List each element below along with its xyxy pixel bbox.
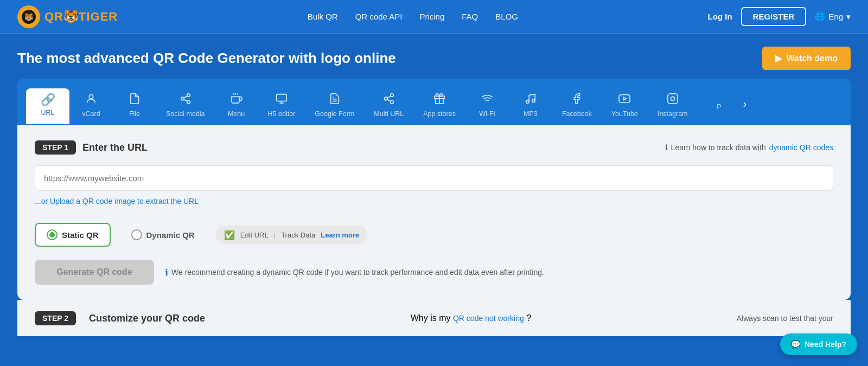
header: 🐯 QR🐯TIGER Bulk QR QR code API Pricing F… (0, 0, 868, 34)
tab-instagram-icon (667, 93, 679, 107)
language-selector[interactable]: 🌐 Eng ▾ (815, 12, 851, 22)
svg-point-18 (384, 97, 387, 100)
svg-rect-26 (668, 94, 678, 104)
tab-social-media[interactable]: Social media (156, 87, 215, 125)
tab-social-media-label: Social media (166, 110, 205, 118)
dynamic-qr-option[interactable]: Dynamic QR (119, 223, 207, 247)
generate-qr-button[interactable]: Generate QR code (35, 260, 154, 285)
nav-bulk-qr[interactable]: Bulk QR (308, 12, 338, 21)
tab-wifi[interactable]: Wi-Fi (465, 87, 509, 125)
svg-point-23 (526, 100, 529, 104)
watch-demo-button[interactable]: ▶ Watch demo (762, 47, 851, 70)
step2-center: Why is my QR code not working ? (411, 313, 531, 323)
hero-section: The most advanced QR Code Generator with… (0, 34, 868, 70)
logo-area: 🐯 QR🐯TIGER (17, 5, 118, 28)
qr-not-working-link[interactable]: QR code not working (453, 314, 524, 323)
svg-line-7 (184, 99, 187, 101)
dynamic-qr-radio[interactable] (131, 229, 142, 240)
tab-social-media-icon (180, 93, 192, 107)
tab-wifi-label: Wi-Fi (479, 110, 495, 118)
tab-youtube[interactable]: YouTube (602, 87, 648, 125)
track-info: ℹ Learn how to track data with dynamic Q… (665, 143, 833, 152)
tab-vcard-icon (85, 93, 97, 107)
svg-point-6 (187, 101, 190, 104)
svg-line-21 (387, 96, 391, 98)
nav-faq[interactable]: FAQ (462, 12, 478, 21)
step1-title: Enter the URL (82, 142, 148, 153)
svg-text:🐯: 🐯 (24, 12, 34, 22)
svg-point-3 (89, 95, 93, 99)
tab-menu[interactable]: Menu (215, 87, 258, 125)
tab-url-label: URL (41, 109, 54, 117)
step2-right: Always scan to test that your (737, 314, 833, 323)
svg-point-4 (187, 94, 190, 97)
tab-h5-editor-label: H5 editor (268, 110, 296, 118)
dynamic-qr-link[interactable]: dynamic QR codes (769, 143, 833, 152)
svg-rect-12 (277, 94, 286, 101)
recommend-text: ℹ We recommend creating a dynamic QR cod… (165, 267, 544, 278)
tab-youtube-icon (618, 93, 630, 107)
logo-text: QR🐯TIGER (44, 10, 118, 24)
hero-title: The most advanced QR Code Generator with… (17, 50, 396, 67)
step1-header-left: STEP 1 Enter the URL (35, 140, 148, 155)
info-icon: ℹ (665, 143, 668, 152)
step1-badge: STEP 1 (35, 140, 76, 155)
tab-more[interactable]: P (698, 94, 741, 118)
tab-youtube-label: YouTube (611, 110, 638, 118)
need-help-button[interactable]: 💬 Need Help? (780, 333, 857, 336)
tab-multi-url[interactable]: Multi URL (364, 87, 413, 125)
step2-badge: STEP 2 (35, 311, 76, 325)
svg-point-24 (532, 99, 535, 102)
static-qr-radio[interactable] (47, 229, 58, 240)
tab-mp3-label: MP3 (524, 110, 538, 118)
tab-more-label: P (717, 103, 721, 111)
tab-multi-url-label: Multi URL (374, 110, 404, 118)
dynamic-features-badge: ✅ Edit URL | Track Data Learn more (215, 226, 368, 245)
tab-file[interactable]: File (113, 87, 156, 125)
svg-point-17 (390, 94, 393, 97)
svg-point-19 (390, 101, 393, 104)
tab-file-icon (129, 93, 141, 107)
register-button[interactable]: REGISTER (741, 7, 807, 26)
chevron-down-icon: ▾ (846, 12, 851, 22)
tab-url-icon: 🔗 (41, 94, 55, 106)
tab-google-form[interactable]: Google Form (305, 87, 364, 125)
nav-qr-api[interactable]: QR code API (355, 12, 403, 21)
learn-more-link[interactable]: Learn more (321, 231, 359, 239)
tab-menu-label: Menu (228, 110, 245, 118)
url-input[interactable] (35, 165, 833, 191)
tab-facebook-label: Facebook (562, 110, 592, 118)
nav-pricing[interactable]: Pricing (419, 12, 444, 21)
main-content: STEP 1 Enter the URL ℹ Learn how to trac… (17, 125, 851, 300)
tab-vcard-label: vCard (82, 110, 100, 118)
nav-blog[interactable]: BLOG (495, 12, 518, 21)
tab-instagram[interactable]: Instagram (648, 87, 698, 125)
svg-line-20 (387, 99, 391, 101)
tab-vcard[interactable]: vCard (69, 87, 113, 125)
info-circle-icon: ℹ (165, 267, 168, 278)
step2-preview: STEP 2 Customize your QR code Why is my … (17, 300, 851, 336)
step1-header: STEP 1 Enter the URL ℹ Learn how to trac… (35, 140, 833, 155)
static-qr-option[interactable]: Static QR (35, 223, 111, 247)
tab-app-stores-icon (433, 93, 445, 107)
qr-options: Static QR Dynamic QR ✅ Edit URL | Track … (35, 223, 833, 247)
tab-mp3-icon (525, 93, 537, 107)
tab-multi-url-icon (383, 93, 395, 107)
tab-facebook[interactable]: Facebook (552, 87, 602, 125)
tab-mp3[interactable]: MP3 (509, 87, 552, 125)
upload-qr-link[interactable]: ...or Upload a QR code image to extract … (35, 197, 199, 206)
tab-url[interactable]: 🔗URL (26, 88, 69, 124)
play-icon: ▶ (775, 53, 782, 63)
tabs-chevron-right[interactable]: › (743, 98, 747, 115)
tabs-container: 🔗URLvCardFileSocial mediaMenuH5 editorGo… (0, 70, 868, 125)
tab-wifi-icon (481, 93, 493, 107)
tab-google-form-icon (329, 93, 341, 107)
tab-h5-editor[interactable]: H5 editor (258, 87, 305, 125)
main-nav: Bulk QR QR code API Pricing FAQ BLOG (308, 12, 518, 21)
step2-title: Customize your QR code (89, 313, 205, 324)
login-button[interactable]: Log In (708, 12, 732, 21)
tab-app-stores-label: App stores (423, 110, 456, 118)
tab-app-stores[interactable]: App stores (413, 87, 465, 125)
tab-h5-editor-icon (276, 93, 288, 107)
tab-menu-icon (231, 93, 242, 107)
